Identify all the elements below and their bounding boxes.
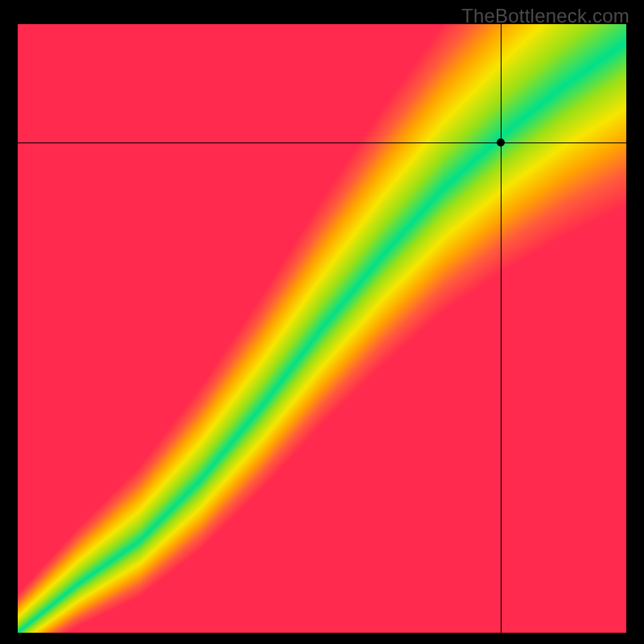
watermark-text: TheBottleneck.com (461, 5, 630, 27)
crosshair-horizontal (18, 142, 626, 143)
crosshair-vertical (501, 24, 502, 633)
heatmap-canvas (18, 24, 626, 633)
selection-marker (497, 138, 505, 147)
heatmap-plot (18, 24, 626, 633)
